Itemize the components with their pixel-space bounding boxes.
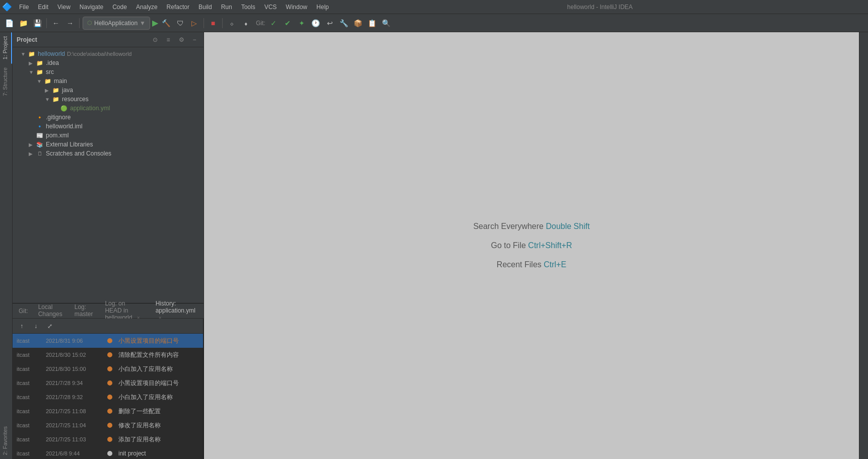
menu-file[interactable]: File bbox=[15, 2, 33, 12]
tree-arrow-idea: ▶ bbox=[29, 60, 36, 66]
menu-tools[interactable]: Tools bbox=[237, 2, 259, 12]
project-panel-title: Project bbox=[17, 36, 147, 43]
app-icon: 🔷 bbox=[2, 2, 12, 12]
menu-navigate[interactable]: Navigate bbox=[76, 2, 107, 12]
tree-item-scratches[interactable]: ▶ 🗒 Scratches and Consoles bbox=[13, 149, 204, 158]
run-config-selector[interactable]: ⬡ HelloApplication ▼ bbox=[83, 17, 150, 30]
commit-item-3[interactable]: itcast 2021/7/28 9:34 小黑设置项目的端口号 bbox=[13, 376, 203, 390]
commit-item-7[interactable]: itcast 2021/7/25 11:03 添加了应用名称 bbox=[13, 432, 203, 446]
tab-local-changes[interactable]: Local Changes bbox=[32, 301, 69, 321]
commit-date-4: 2021/7/28 9:32 bbox=[46, 394, 101, 400]
sidebar-item-project[interactable]: 1: Project bbox=[0, 32, 12, 63]
commit-expand-btn[interactable]: ⤢ bbox=[44, 320, 56, 332]
forward-btn[interactable]: → bbox=[64, 17, 76, 29]
git-check2-btn[interactable]: ✔ bbox=[282, 17, 294, 29]
git-branch-btn[interactable]: ✦ bbox=[296, 17, 308, 29]
commit-item-4[interactable]: itcast 2021/7/28 9:32 小白加入了应用名称 bbox=[13, 390, 203, 404]
menu-run[interactable]: Run bbox=[217, 2, 236, 12]
commit-dot-4 bbox=[107, 395, 112, 400]
tree-path-root: D:\code\xiaobai\helloworld bbox=[67, 51, 131, 57]
tree-item-application-yml[interactable]: ▶ 🟢 application.yml bbox=[13, 104, 204, 113]
commit-dot-5 bbox=[107, 409, 112, 414]
commit-up-btn[interactable]: ↑ bbox=[16, 320, 28, 332]
menu-build[interactable]: Build bbox=[194, 2, 216, 12]
tree-label-iml: helloworld.iml bbox=[46, 123, 83, 130]
tree-label-gitignore: .gitignore bbox=[46, 114, 71, 121]
menu-edit[interactable]: Edit bbox=[34, 2, 52, 12]
tree-item-iml[interactable]: ▶ 🔹 helloworld.iml bbox=[13, 122, 204, 131]
menubar: 🔷 File Edit View Navigate Code Analyze R… bbox=[0, 0, 868, 14]
git-history-btn[interactable]: 🕐 bbox=[310, 17, 322, 29]
goto-shortcut: Ctrl+Shift+R bbox=[528, 241, 572, 250]
tree-item-gitignore[interactable]: ▶ 🔸 .gitignore bbox=[13, 113, 204, 122]
stop-btn[interactable]: ■ bbox=[207, 17, 219, 29]
vcs-push-btn[interactable]: ⬧ bbox=[240, 17, 252, 29]
git-annotate-btn[interactable]: 📋 bbox=[366, 17, 378, 29]
git-config-btn[interactable]: 🔧 bbox=[338, 17, 350, 29]
project-scope-btn[interactable]: ⊙ bbox=[150, 35, 160, 45]
folder-icon-root: 📁 bbox=[28, 50, 36, 58]
menu-analyze[interactable]: Analyze bbox=[132, 2, 162, 12]
commit-item-2[interactable]: itcast 2021/8/30 15:00 小白加入了应用名称 bbox=[13, 362, 203, 376]
commit-item-5[interactable]: itcast 2021/7/25 11:08 删除了一些配置 bbox=[13, 404, 203, 418]
menu-help[interactable]: Help bbox=[312, 2, 333, 12]
tree-item-pom[interactable]: ▶ 📰 pom.xml bbox=[13, 131, 204, 140]
menu-refactor[interactable]: Refactor bbox=[163, 2, 193, 12]
tree-item-java[interactable]: ▶ 📁 java bbox=[13, 86, 204, 95]
commit-item-0[interactable]: itcast 2021/8/31 9:06 小黑设置项目的端口号 bbox=[13, 334, 203, 348]
sidebar-item-structure[interactable]: 7: Structure bbox=[0, 63, 12, 100]
commit-down-btn[interactable]: ↓ bbox=[30, 320, 42, 332]
coverage-btn[interactable]: 🛡 bbox=[174, 17, 186, 29]
profile-btn[interactable]: ▷ bbox=[188, 17, 201, 29]
tree-item-src[interactable]: ▼ 📁 src bbox=[13, 67, 204, 76]
tree-arrow-scratches: ▶ bbox=[29, 151, 36, 157]
commit-dot-0 bbox=[107, 338, 112, 343]
commit-item-1[interactable]: itcast 2021/8/30 15:02 清除配置文件所有内容 bbox=[13, 348, 203, 362]
menu-view[interactable]: View bbox=[53, 2, 75, 12]
tree-label-main: main bbox=[54, 78, 67, 85]
commit-dot-2 bbox=[107, 366, 112, 371]
open-btn[interactable]: 📁 bbox=[17, 17, 29, 29]
tab-log-master[interactable]: Log: master bbox=[69, 301, 99, 321]
build-btn[interactable]: 🔨 bbox=[160, 17, 172, 29]
commit-date-0: 2021/8/31 9:06 bbox=[46, 338, 101, 344]
tree-arrow-src: ▼ bbox=[29, 69, 36, 75]
menu-code[interactable]: Code bbox=[108, 2, 131, 12]
commit-author-5: itcast bbox=[17, 408, 42, 414]
tree-item-resources[interactable]: ▼ 📁 resources bbox=[13, 95, 204, 104]
search-everywhere-hint: Search Everywhere Double Shift bbox=[473, 222, 589, 231]
back-btn[interactable]: ← bbox=[50, 17, 62, 29]
new-file-btn[interactable]: 📄 bbox=[3, 17, 15, 29]
folder-icon-idea: 📁 bbox=[36, 59, 44, 67]
tree-item-ext-libs[interactable]: ▶ 📚 External Libraries bbox=[13, 140, 204, 149]
left-strip: 1: Project 7: Structure 2: Favorites bbox=[0, 32, 13, 459]
tree-item-idea[interactable]: ▶ 📁 .idea bbox=[13, 58, 204, 67]
save-btn[interactable]: 💾 bbox=[31, 17, 43, 29]
search-shortcut: Double Shift bbox=[546, 222, 589, 231]
project-settings-btn[interactable]: ⚙ bbox=[176, 35, 186, 45]
menu-window[interactable]: Window bbox=[282, 2, 311, 12]
vcs-update-btn[interactable]: ⬦ bbox=[226, 17, 238, 29]
commit-item-6[interactable]: itcast 2021/7/25 11:04 修改了应用名称 bbox=[13, 418, 203, 432]
sidebar-item-favorites[interactable]: 2: Favorites bbox=[0, 422, 12, 459]
git-shelf-btn[interactable]: 📦 bbox=[352, 17, 364, 29]
commit-date-3: 2021/7/28 9:34 bbox=[46, 380, 101, 386]
file-tree: ▼ 📁 helloworld D:\code\xiaobai\helloworl… bbox=[13, 47, 204, 303]
scratches-icon: 🗒 bbox=[36, 149, 44, 158]
menu-vcs[interactable]: VCS bbox=[260, 2, 281, 12]
project-close-btn[interactable]: − bbox=[189, 35, 199, 45]
git-check-btn[interactable]: ✓ bbox=[268, 17, 280, 29]
git-rollback-btn[interactable]: ↩ bbox=[324, 17, 336, 29]
run-btn[interactable]: ▶ bbox=[152, 18, 158, 28]
project-layout-btn[interactable]: ≡ bbox=[163, 35, 173, 45]
tree-item-main[interactable]: ▼ 📁 main bbox=[13, 76, 204, 86]
toolbar: 📄 📁 💾 ← → ⬡ HelloApplication ▼ ▶ 🔨 🛡 ▷ ■… bbox=[0, 14, 868, 32]
commit-dot-6 bbox=[107, 423, 112, 428]
tree-item-root[interactable]: ▼ 📁 helloworld D:\code\xiaobai\helloworl… bbox=[13, 49, 204, 58]
folder-icon-main: 📁 bbox=[44, 77, 52, 85]
tree-arrow-java: ▶ bbox=[45, 88, 52, 93]
commit-item-8[interactable]: itcast 2021/6/8 9:44 init project bbox=[13, 446, 203, 459]
tree-label-java: java bbox=[62, 87, 73, 94]
git-content: ↑ ↓ ⤢ itcast 2021/8/31 9:06 小黑设置项目的端口号 i… bbox=[13, 319, 204, 459]
git-search-btn[interactable]: 🔍 bbox=[380, 17, 392, 29]
